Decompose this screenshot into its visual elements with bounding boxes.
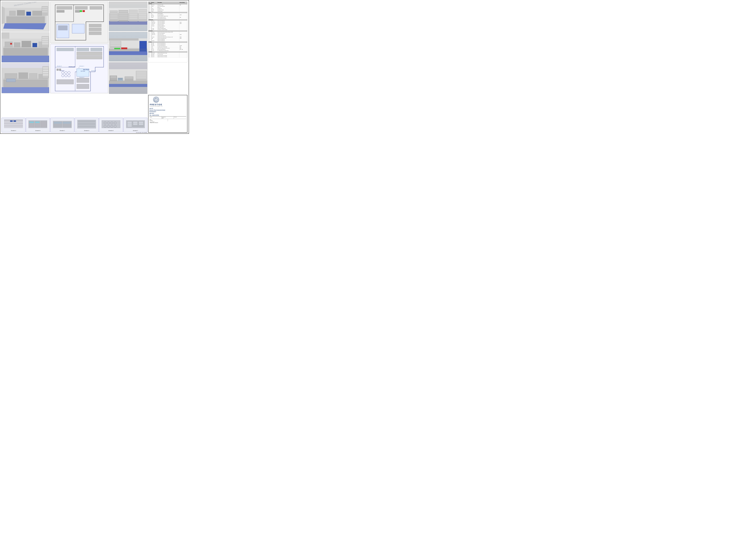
svg-rect-39 [110,16,118,17]
svg-rect-153 [136,75,147,77]
svg-text:Elevation E: Elevation E [108,130,114,131]
svg-rect-4 [6,15,45,23]
elevation-thumb-c[interactable]: Elevation C [50,118,74,132]
project-info: Project: Drawing No 6.30 Revision Date 0… [149,116,186,124]
svg-rect-204 [127,124,132,125]
svg-rect-208 [139,122,143,123]
svg-text:Elevation D: Elevation D [84,130,89,131]
svg-rect-28 [72,24,84,33]
svg-rect-63 [3,47,48,56]
svg-rect-163 [14,120,16,122]
svg-rect-102 [59,69,61,70]
svg-rect-206 [133,122,137,123]
svg-rect-142 [109,80,147,84]
hot-pass-label: Hot Pass [83,69,89,70]
equipment-row: A3 No Mixer Tap [148,7,187,8]
svg-text:Elevation A: Elevation A [79,66,84,67]
svg-text:Elevation F: Elevation F [133,130,138,131]
svg-marker-60 [2,56,49,62]
svg-rect-31 [89,32,101,35]
svg-rect-129 [5,73,17,79]
svg-rect-42 [119,11,128,12]
scale-value: 1:50 @ A1 OR 1:100 @ A3 [150,122,186,123]
equipment-row: C1 1200 x 500 Undercounter Refrigerator [148,20,187,22]
svg-marker-1 [3,23,46,29]
project-label: Project: [150,117,161,118]
2d-floor-plan: Dishwash Hot Pass Elevation A Elevation … [50,44,108,93]
svg-rect-116 [140,43,146,45]
svg-rect-38 [110,14,118,16]
svg-rect-73 [42,41,48,42]
equipment-row: F1 4250 x 1200 Stainless Steel Extractio… [148,53,187,54]
svg-rect-101 [57,69,59,70]
svg-rect-44 [119,14,128,16]
drawing-no-cell: Drawing No 6.30 [162,117,174,119]
svg-rect-74 [42,43,48,44]
svg-rect-135 [43,70,48,71]
svg-rect-27 [58,26,68,30]
svg-rect-20 [57,10,65,13]
equipment-row: F2 2400 x 300 Fire and Flue Shelf [148,54,187,55]
elevation-thumb-b[interactable]: Elevation B [26,118,50,132]
svg-text:Elevation B: Elevation B [35,130,40,131]
svg-rect-103 [57,79,74,84]
dishwash-label-plan: Dishwash [69,66,75,68]
scale-cell: Scale APPROX: 1:50 @ A1 OR 1:100 @ A3 [149,121,186,124]
photo-view-cooking [109,32,148,62]
svg-rect-104 [77,78,89,83]
svg-rect-23 [90,6,102,10]
equipment-row: E5 6 Burner 6 Burner Oven Range with Gas… [148,48,187,49]
svg-rect-25 [83,10,85,12]
elevation-thumb-a[interactable]: Elevation A [2,118,25,132]
info-row-2: Date 07.09.11 [149,119,186,121]
3d-view-top-left: Meritmore Country Club [2,2,49,32]
equipment-row: B1 No Heated Bain Marie [148,13,187,14]
address-line4: NN5 5AA [149,113,154,114]
date-value: 07.09.11 [150,120,167,121]
svg-rect-67 [22,41,31,47]
col-power: Power Rating [179,2,187,3]
equipment-row: D8 1200 x 500 Stainless Steel Wall Shelf [148,40,187,42]
svg-rect-115 [140,42,146,43]
svg-rect-43 [119,13,128,14]
svg-rect-85 [77,52,102,56]
svg-rect-131 [29,73,37,79]
title-block: PRESTIGE CATERING EQUIPMENT LTD. Unit 2C… [148,95,187,133]
company-logo: PRESTIGE CATERING EQUIPMENT LTD. [149,96,163,107]
svg-rect-50 [129,14,138,15]
svg-marker-3 [2,6,5,24]
equipment-row: D4 No Stainless Steel Poly Work Top [148,35,187,37]
floor-plan-top [50,2,108,43]
equipment-row: C8 600 x 600 6 Pan Water Cooled Wine Rac… [148,29,187,30]
equipment-row: E1 240 x 600 Blue Seal Profile With Benc… [148,43,187,44]
svg-rect-72 [42,39,48,41]
3d-view-mid-left [2,32,49,62]
equipment-row: E3 1200 x 600 Blue Seal Profile With Ben… [148,45,187,46]
svg-rect-84 [91,48,102,51]
svg-rect-36 [110,11,118,12]
svg-rect-177 [54,122,62,124]
equipment-row: B4 Existing Commercial Microwave Oven 4k… [148,17,187,18]
equipment-row: D6 3-BAY Stainless Steel Bain Marie Sink… [148,38,187,39]
equipment-row: C7 600 x 600 Stainless Steel Wall Shelvi… [148,28,187,29]
empty-cell [168,119,186,121]
brand-name: PRESTIGE [149,103,163,106]
svg-rect-34 [109,21,147,25]
elevation-thumb-d[interactable]: Elevation D [75,118,98,132]
svg-rect-8 [26,12,31,15]
svg-rect-7 [17,10,25,15]
svg-rect-154 [136,77,147,79]
elevation-thumb-e[interactable]: Elevation E [99,118,123,132]
svg-rect-29 [89,24,101,27]
svg-rect-54 [139,10,147,11]
equipment-schedule: A1 Release Description Power Rating Dish… [148,2,187,62]
equipment-row: A2 Existing Pass Through Dishwasher [148,6,187,7]
svg-rect-145 [110,76,116,78]
col-item: A1 [148,2,151,3]
elevation-thumb-f[interactable]: Elevation F [123,118,148,132]
svg-rect-75 [10,43,12,44]
svg-rect-161 [4,127,23,128]
svg-rect-162 [10,120,13,122]
svg-rect-141 [109,84,147,87]
svg-rect-56 [139,14,147,15]
